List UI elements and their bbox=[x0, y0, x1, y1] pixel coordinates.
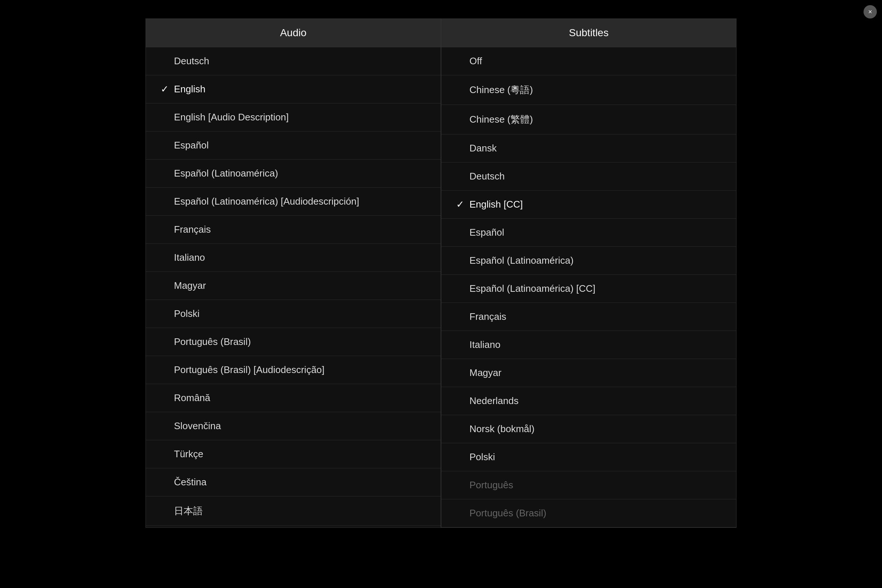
audio-list-item[interactable]: Slovenčina bbox=[146, 412, 441, 440]
audio-list-item[interactable]: Polski bbox=[146, 300, 441, 328]
subtitle-item-label: Dansk bbox=[470, 142, 497, 154]
audio-list-item[interactable]: Español bbox=[146, 132, 441, 159]
subtitles-list-item[interactable]: Español (Latinoamérica) [CC] bbox=[441, 275, 736, 303]
subtitle-item-label: Magyar bbox=[470, 367, 502, 379]
subtitles-list-item[interactable]: Português (Brasil) bbox=[441, 500, 736, 527]
audio-list-item[interactable]: English [Audio Description] bbox=[146, 104, 441, 132]
audio-item-label: Türkçe bbox=[174, 448, 203, 460]
audio-panel-header: Audio bbox=[146, 19, 441, 47]
audio-item-label: Português (Brasil) [Audiodescrição] bbox=[174, 364, 325, 376]
audio-list-item[interactable]: Português (Brasil) bbox=[146, 328, 441, 356]
audio-item-label: Español bbox=[174, 140, 208, 151]
subtitle-item-label: Polski bbox=[470, 452, 495, 463]
audio-panel-list: Deutsch✓EnglishEnglish [Audio Descriptio… bbox=[146, 47, 441, 526]
close-icon: × bbox=[868, 8, 872, 16]
audio-item-label: Español (Latinoamérica) bbox=[174, 168, 278, 179]
audio-item-label: Čeština bbox=[174, 477, 207, 488]
subtitle-item-label: Português bbox=[470, 479, 513, 491]
audio-list-item[interactable]: Français bbox=[146, 216, 441, 244]
audio-item-label: Français bbox=[174, 224, 211, 235]
subtitles-list-item[interactable]: Chinese (繁體) bbox=[441, 105, 736, 135]
audio-list-item[interactable]: Español (Latinoamérica) [Audiodescripció… bbox=[146, 188, 441, 216]
audio-item-label: Română bbox=[174, 392, 210, 404]
subtitles-list-item[interactable]: Español bbox=[441, 219, 736, 247]
subtitle-item-label: Español (Latinoamérica) bbox=[470, 255, 574, 266]
subtitles-list-item[interactable]: Dansk bbox=[441, 135, 736, 162]
subtitles-list-item[interactable]: Nederlands bbox=[441, 387, 736, 415]
audio-list-item[interactable]: Deutsch bbox=[146, 47, 441, 75]
subtitles-panel-header: Subtitles bbox=[441, 19, 736, 47]
subtitle-item-label: Off bbox=[470, 56, 482, 67]
subtitles-list-item[interactable]: Off bbox=[441, 47, 736, 75]
audio-item-label: English bbox=[174, 84, 206, 95]
audio-list-item[interactable]: Magyar bbox=[146, 272, 441, 300]
subtitles-list-item[interactable]: Polski bbox=[441, 443, 736, 471]
check-icon: ✓ bbox=[456, 199, 465, 210]
subtitle-item-label: Français bbox=[470, 311, 506, 322]
subtitles-list-item[interactable]: Deutsch bbox=[441, 162, 736, 190]
subtitles-panel: Subtitles OffChinese (粵語)Chinese (繁體)Dan… bbox=[441, 18, 736, 528]
subtitles-list-item[interactable]: Norsk (bokmål) bbox=[441, 415, 736, 443]
audio-item-label: Deutsch bbox=[174, 56, 209, 67]
subtitles-list-item[interactable]: Español (Latinoamérica) bbox=[441, 247, 736, 275]
subtitle-item-label: Español (Latinoamérica) [CC] bbox=[470, 283, 596, 294]
audio-list-item[interactable]: Português (Brasil) [Audiodescrição] bbox=[146, 356, 441, 384]
audio-item-label: Español (Latinoamérica) [Audiodescripció… bbox=[174, 196, 359, 207]
subtitle-item-label: Chinese (繁體) bbox=[470, 113, 533, 126]
audio-item-label: Magyar bbox=[174, 280, 206, 291]
audio-item-label: English [Audio Description] bbox=[174, 111, 289, 123]
subtitles-list-item[interactable]: Magyar bbox=[441, 359, 736, 387]
subtitles-panel-list: OffChinese (粵語)Chinese (繁體)DanskDeutsch✓… bbox=[441, 47, 736, 527]
subtitle-item-label: English [CC] bbox=[470, 199, 523, 210]
subtitles-list-item[interactable]: Português bbox=[441, 471, 736, 500]
audio-item-label: 日本語 bbox=[174, 504, 203, 518]
audio-list-item[interactable]: Türkçe bbox=[146, 440, 441, 468]
subtitles-list-item[interactable]: Français bbox=[441, 303, 736, 331]
audio-panel: Audio Deutsch✓EnglishEnglish [Audio Desc… bbox=[146, 18, 441, 528]
subtitles-list-item[interactable]: Chinese (粵語) bbox=[441, 75, 736, 105]
subtitle-item-label: Italiano bbox=[470, 339, 501, 351]
audio-item-label: Italiano bbox=[174, 252, 205, 263]
audio-list-item[interactable]: Română bbox=[146, 384, 441, 412]
subtitle-item-label: Chinese (粵語) bbox=[470, 84, 533, 96]
audio-list-item[interactable]: Čeština bbox=[146, 468, 441, 496]
close-button[interactable]: × bbox=[864, 5, 877, 18]
audio-list-item[interactable]: Italiano bbox=[146, 244, 441, 272]
subtitle-item-label: Nederlands bbox=[470, 395, 519, 406]
subtitle-item-label: Norsk (bokmål) bbox=[470, 423, 534, 435]
audio-item-label: Slovenčina bbox=[174, 420, 221, 432]
audio-list-item[interactable]: 日本語 bbox=[146, 496, 441, 526]
panels-container: Audio Deutsch✓EnglishEnglish [Audio Desc… bbox=[0, 0, 882, 546]
subtitle-item-label: Deutsch bbox=[470, 171, 504, 182]
subtitles-list-item[interactable]: Italiano bbox=[441, 331, 736, 359]
subtitle-item-label: Español bbox=[470, 227, 504, 238]
audio-list-item[interactable]: ✓English bbox=[146, 75, 441, 104]
check-icon: ✓ bbox=[160, 84, 170, 95]
audio-item-label: Português (Brasil) bbox=[174, 336, 251, 348]
audio-item-label: Polski bbox=[174, 308, 200, 320]
subtitles-list-item[interactable]: ✓English [CC] bbox=[441, 190, 736, 219]
audio-list-item[interactable]: Español (Latinoamérica) bbox=[146, 159, 441, 188]
subtitle-item-label: Português (Brasil) bbox=[470, 507, 546, 519]
